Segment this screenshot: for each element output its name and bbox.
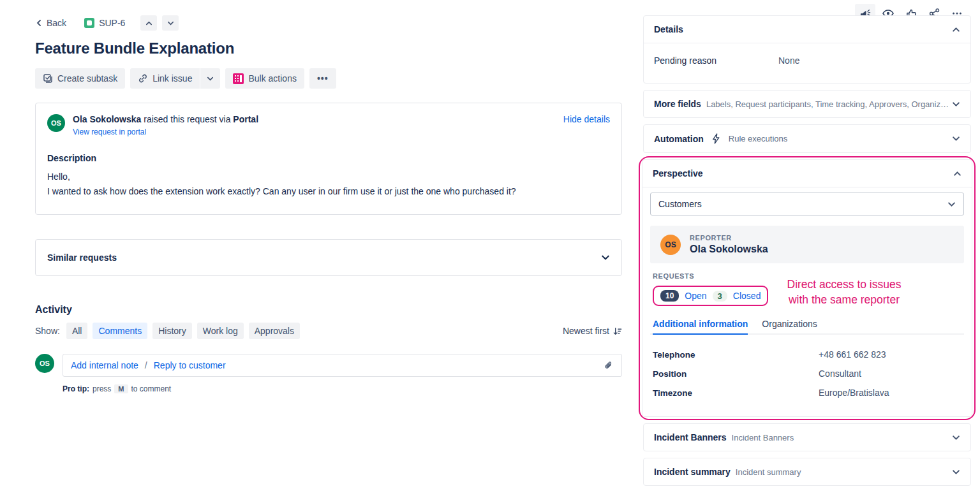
composer-separator: / (145, 360, 147, 370)
attachment-paperclip-icon[interactable] (603, 360, 614, 371)
channel-name: Portal (233, 114, 258, 124)
pro-tip-suffix: to comment (131, 384, 172, 393)
position-field: Position Consultant (653, 364, 961, 383)
issue-key-link[interactable]: SUP-6 (84, 18, 125, 28)
more-fields-panel: More fields Labels, Request participants… (643, 90, 971, 118)
back-button[interactable]: Back (35, 18, 66, 28)
page-title: Feature Bundle Explanation (35, 40, 622, 57)
show-label: Show: (35, 326, 60, 336)
bulk-actions-label: Bulk actions (248, 73, 296, 84)
requests-badges-highlight: 10 Open 3 Closed (653, 286, 768, 306)
activity-filters: Show: All Comments History Work log Appr… (35, 323, 622, 339)
link-issue-button[interactable]: Link issue (130, 68, 200, 89)
activity-section: Activity Show: All Comments History Work… (35, 304, 622, 339)
closed-count-badge: 3 (713, 291, 727, 302)
reporter-summary: OS REPORTER Ola Sokolowska (650, 226, 964, 263)
chevron-up-icon (953, 170, 961, 178)
sort-order-button[interactable]: Newest first (563, 326, 622, 336)
pending-reason-value[interactable]: None (778, 55, 799, 66)
pending-reason-field: Pending reason None (644, 50, 970, 71)
tab-organizations[interactable]: Organizations (762, 319, 817, 335)
hide-details-link[interactable]: Hide details (563, 114, 610, 124)
more-fields-summary: Labels, Request participants, Time track… (706, 99, 952, 109)
telephone-label: Telephone (653, 350, 819, 360)
more-fields-header[interactable]: More fields Labels, Request participants… (644, 91, 970, 117)
chevron-down-icon (952, 100, 960, 108)
ellipsis-icon: ••• (317, 73, 329, 84)
toolbar-more-button[interactable]: ••• (309, 68, 336, 89)
open-requests-link[interactable]: Open (685, 291, 706, 301)
chevron-down-icon (952, 468, 960, 476)
filter-work-log[interactable]: Work log (197, 323, 244, 339)
reporter-name: Ola Sokolowska (690, 244, 768, 255)
automation-header[interactable]: Automation Rule executions (644, 125, 970, 152)
filter-approvals[interactable]: Approvals (249, 323, 300, 339)
filter-comments[interactable]: Comments (93, 323, 147, 339)
more-fields-title: More fields (654, 99, 701, 109)
request-meta-line: Ola Sokolowska raised this request via P… (73, 114, 563, 124)
link-issue-split-button: Link issue (130, 68, 220, 89)
description-label: Description (47, 153, 610, 163)
perspective-header[interactable]: Perspective (642, 160, 972, 187)
current-user-avatar: OS (35, 354, 54, 373)
open-count-badge: 10 (660, 290, 679, 302)
back-label: Back (47, 18, 66, 28)
bulk-actions-button[interactable]: Bulk actions (225, 68, 304, 89)
keyboard-key-m: M (114, 384, 128, 393)
similar-requests-panel[interactable]: Similar requests (35, 239, 622, 276)
incident-summary-header[interactable]: Incident summary Incident summary (644, 458, 970, 485)
issue-key: SUP-6 (99, 18, 125, 28)
filter-all[interactable]: All (66, 323, 88, 339)
position-value: Consultant (819, 368, 861, 379)
incident-banners-title: Incident Banners (654, 432, 727, 442)
breadcrumb: Back SUP-6 (35, 15, 622, 31)
comment-composer: OS Add internal note / Reply to customer (35, 354, 622, 377)
incident-summary-title: Incident summary (654, 467, 731, 477)
link-issue-dropdown-button[interactable] (200, 68, 220, 89)
next-issue-button[interactable] (162, 15, 179, 31)
timezone-label: Timezone (653, 388, 819, 398)
create-subtask-button[interactable]: Create subtask (35, 68, 125, 89)
perspective-title: Perspective (653, 168, 703, 179)
chevron-up-icon (952, 26, 960, 34)
filter-history[interactable]: History (152, 323, 192, 339)
activity-title: Activity (35, 304, 622, 316)
closed-requests-link[interactable]: Closed (733, 291, 761, 301)
add-internal-note-link[interactable]: Add internal note (71, 360, 138, 370)
request-details-card: OS Ola Sokolowska raised this request vi… (35, 103, 622, 215)
incident-banners-header[interactable]: Incident Banners Incident Banners (644, 424, 970, 451)
previous-issue-button[interactable] (140, 15, 157, 31)
view-request-in-portal-link[interactable]: View request in portal (73, 128, 146, 136)
similar-requests-title: Similar requests (47, 252, 117, 263)
perspective-select[interactable]: Customers (650, 193, 964, 215)
reporter-avatar: OS (47, 114, 65, 132)
details-title: Details (654, 24, 683, 34)
chevron-left-icon (35, 19, 43, 27)
tab-additional-information[interactable]: Additional information (653, 319, 748, 335)
automation-title: Automation (654, 134, 704, 144)
issue-nav (140, 15, 179, 31)
additional-information-fields: Telephone +48 661 662 823 Position Consu… (650, 335, 964, 402)
details-panel: Details Pending reason None (643, 15, 971, 84)
pro-tip-prefix: press (93, 384, 111, 393)
chevron-down-icon (947, 200, 956, 208)
request-type-icon (84, 18, 94, 28)
telephone-value: +48 661 662 823 (819, 349, 886, 360)
reply-to-customer-link[interactable]: Reply to customer (154, 360, 226, 370)
chevron-down-icon (207, 75, 214, 82)
rule-executions-label: Rule executions (729, 134, 788, 143)
chevron-down-icon (952, 434, 960, 442)
toolbar: Create subtask Link issue Bulk actio (35, 68, 622, 89)
pending-reason-label: Pending reason (654, 55, 778, 66)
telephone-field: Telephone +48 661 662 823 (653, 345, 961, 364)
requests-block: REQUESTS 10 Open 3 Closed (650, 263, 964, 306)
link-icon (138, 73, 148, 84)
sort-descending-icon (612, 326, 622, 336)
perspective-tabs: Additional information Organizations (650, 319, 964, 335)
create-subtask-label: Create subtask (57, 73, 117, 84)
description-line-2: I wanted to ask how does the extension w… (47, 186, 610, 196)
requests-label: REQUESTS (653, 272, 961, 280)
comment-input[interactable]: Add internal note / Reply to customer (63, 354, 622, 377)
description-line-1: Hello, (47, 171, 610, 182)
details-panel-header[interactable]: Details (644, 16, 970, 43)
